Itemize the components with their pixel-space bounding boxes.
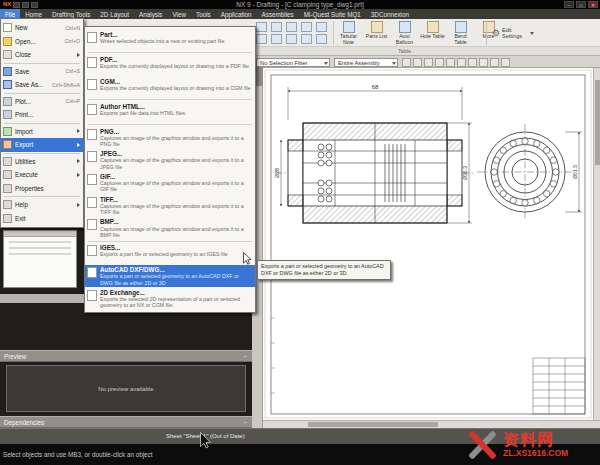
iges-file-icon: [87, 245, 97, 256]
dim-width-label: 68: [372, 84, 379, 90]
ribbon-separator: [333, 21, 334, 45]
export-item-jpeg[interactable]: JPEG...Captures an image of the graphics…: [85, 149, 255, 172]
export-item-pdf[interactable]: PDF...Exports the currently displayed la…: [85, 54, 255, 76]
export-item-part[interactable]: Part...Writes selected objects into a ne…: [85, 29, 255, 51]
hole-table-button[interactable]: Hole Table: [420, 21, 445, 45]
file-menu-item-plot[interactable]: Plot... Ctrl+P: [1, 95, 83, 109]
tabular-note-button[interactable]: Tabular Note: [336, 21, 361, 45]
tab-analysis[interactable]: Analysis: [134, 9, 167, 19]
file-menu-item-close[interactable]: Close: [1, 48, 83, 62]
export-item-iges[interactable]: IGES...Exports a part file or selected g…: [85, 243, 255, 265]
preview-panel-header[interactable]: Preview −: [0, 350, 252, 362]
export-item-cgm[interactable]: CGM...Exports the currently displayed la…: [85, 76, 255, 98]
auto-balloon-icon: [399, 21, 411, 33]
tab-tools[interactable]: Tools: [191, 9, 216, 19]
export-item-png[interactable]: PNG...Captures an image of the graphics …: [85, 126, 255, 149]
snap-grid-icon[interactable]: [490, 58, 499, 67]
snap-tangent-icon[interactable]: [479, 58, 488, 67]
file-menu-item-execute[interactable]: Execute: [1, 168, 83, 182]
export-item-2d-exchange[interactable]: 2D Exchange...Exports the selected 2D re…: [85, 287, 255, 310]
maximize-button[interactable]: □: [576, 1, 586, 8]
snap-face-icon[interactable]: [501, 58, 510, 67]
tab-mi-quest-suite[interactable]: Mi-Quest Suite MQ1: [299, 9, 366, 19]
crosshatch-icon[interactable]: [301, 34, 312, 44]
tooltip: Exports a part or selected geometry to a…: [257, 260, 391, 280]
snap-intersection-icon[interactable]: [446, 58, 455, 67]
jpeg-image-icon: [87, 151, 97, 162]
dependencies-panel-header[interactable]: Dependencies −: [0, 416, 252, 428]
file-menu-item-export[interactable]: Export: [1, 138, 83, 152]
file-menu-item-utilities[interactable]: Utilities: [1, 155, 83, 169]
qat-undo-icon[interactable]: [22, 2, 29, 8]
mouse-cursor: [243, 252, 253, 265]
close-file-icon: [3, 50, 12, 59]
tab-application[interactable]: Application: [216, 9, 257, 19]
edit-settings-button[interactable]: ⚙ Edit Settings: [492, 27, 534, 39]
collapse-icon[interactable]: −: [243, 417, 247, 428]
tab-assemblies[interactable]: Assemblies: [257, 9, 299, 19]
datum-icon[interactable]: [286, 22, 297, 32]
file-menu-item-save-as[interactable]: Save As... Ctrl+Shift+A: [1, 78, 83, 92]
prompt-text: Select objects and use MB3, or double-cl…: [3, 451, 152, 458]
tab-2d-layout[interactable]: 2D Layout: [95, 9, 134, 19]
qat-redo-icon[interactable]: [31, 2, 38, 8]
snap-midpoint-icon[interactable]: [424, 58, 433, 67]
file-menu-item-import[interactable]: Import: [1, 125, 83, 139]
file-menu-item-new[interactable]: New Ctrl+N: [1, 21, 83, 35]
file-menu-item-help[interactable]: Help: [1, 198, 83, 212]
menu-separator: [4, 63, 80, 64]
graphics-window[interactable]: 68 Ø35.3 Ø28: [263, 68, 600, 428]
2d-exchange-icon: [87, 290, 97, 301]
file-menu-item-save[interactable]: Save Ctrl+S: [1, 65, 83, 79]
minimize-button[interactable]: –: [564, 1, 574, 8]
weld-symbol-icon[interactable]: [271, 34, 282, 44]
new-file-icon: [3, 23, 12, 32]
vertical-scrollbar-thumb[interactable]: [595, 80, 600, 165]
qat-save-icon[interactable]: [13, 2, 20, 8]
parts-list-button[interactable]: Parts List: [364, 21, 389, 45]
pdf-file-icon: [87, 57, 97, 68]
export-icon: [3, 140, 12, 149]
file-menu: New Ctrl+N Open... Ctrl+O Close Save Ctr…: [0, 18, 84, 228]
export-item-author-html[interactable]: Author HTML...Exports part file data int…: [85, 101, 255, 123]
horizontal-scrollbar-thumb[interactable]: [308, 422, 438, 427]
selection-scope-dropdown[interactable]: Entire Assembly: [334, 58, 398, 67]
help-icon: [3, 200, 12, 209]
snap-existing-point-icon[interactable]: [468, 58, 477, 67]
close-button[interactable]: ✕: [588, 1, 598, 8]
plot-icon: [3, 97, 12, 106]
centerline-icon[interactable]: [316, 34, 327, 44]
navigator-floating-window[interactable]: [3, 230, 77, 288]
export-item-tiff[interactable]: TIFF...Captures an image of the graphics…: [85, 194, 255, 217]
file-menu-item-open[interactable]: Open... Ctrl+O: [1, 35, 83, 49]
auto-balloon-button[interactable]: Auto Balloon: [392, 21, 417, 45]
balloon-icon[interactable]: [301, 22, 312, 32]
export-item-gif[interactable]: GIF...Captures an image of the graphics …: [85, 171, 255, 194]
file-menu-item-properties[interactable]: Properties: [1, 182, 83, 196]
note-icon[interactable]: [256, 22, 267, 32]
menu-separator: [88, 124, 252, 125]
collapse-icon[interactable]: −: [243, 351, 247, 362]
symbol-icon[interactable]: [316, 22, 327, 32]
snap-center-icon[interactable]: [435, 58, 444, 67]
vertical-scrollbar[interactable]: [593, 68, 600, 420]
export-item-bmp[interactable]: BMP...Captures an image of the graphics …: [85, 217, 255, 240]
selection-filter-dropdown[interactable]: No Selection Filter: [256, 58, 330, 67]
tab-view[interactable]: View: [168, 9, 192, 19]
target-icon[interactable]: [286, 34, 297, 44]
file-menu-item-exit[interactable]: Exit: [1, 212, 83, 226]
snap-point-icon[interactable]: [402, 58, 411, 67]
submenu-arrow-icon: [77, 143, 80, 147]
feature-control-frame-icon[interactable]: [271, 22, 282, 32]
surface-finish-icon[interactable]: [256, 34, 267, 44]
snap-endpoint-icon[interactable]: [413, 58, 422, 67]
export-submenu: Part...Writes selected objects into a ne…: [84, 26, 256, 313]
bend-table-button[interactable]: Bend Table: [448, 21, 473, 45]
bmp-image-icon: [87, 219, 97, 230]
file-menu-item-print[interactable]: Print...: [1, 108, 83, 122]
menu-separator: [88, 52, 252, 53]
export-item-autocad-dxf-dwg[interactable]: AutoCAD DXF/DWG...Exports a part or sele…: [85, 265, 255, 288]
title-bar: NX NX 9 - Drafting - [C clamping type_dw…: [0, 0, 600, 9]
tab-3dconnexion[interactable]: 3DConnexion: [366, 9, 414, 19]
snap-quadrant-icon[interactable]: [457, 58, 466, 67]
